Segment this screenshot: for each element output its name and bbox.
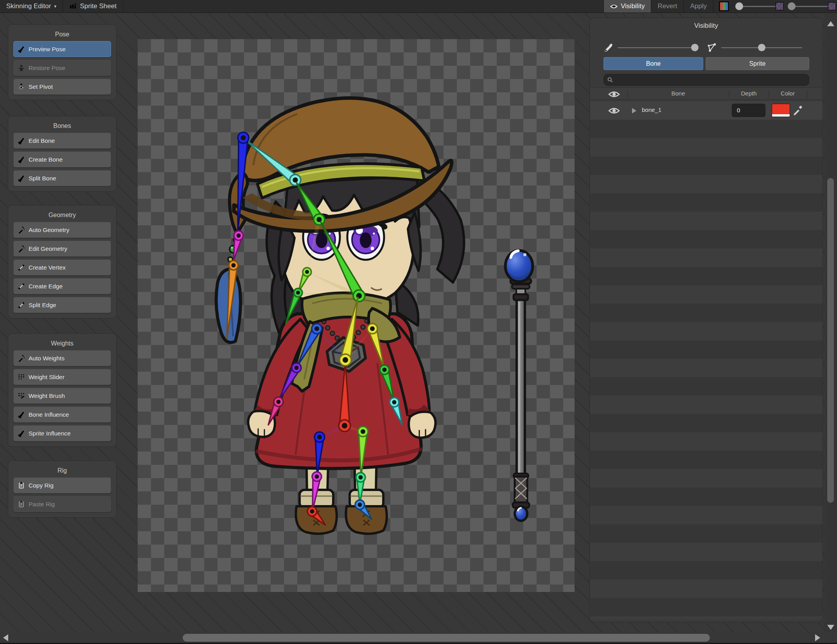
edit-bone-button[interactable]: Edit Bone xyxy=(13,133,111,149)
geometry-group-title: Geometry xyxy=(8,211,116,222)
button-label: Restore Pose xyxy=(29,65,65,72)
person-icon xyxy=(18,64,25,72)
button-label: Copy Rig xyxy=(29,482,54,489)
scroll-right-icon[interactable] xyxy=(815,634,820,641)
create-bone-button[interactable]: Create Bone xyxy=(13,151,111,167)
column-bone[interactable]: Bone xyxy=(627,90,729,97)
auto-weights-button[interactable]: Auto Weights xyxy=(13,350,111,366)
horizontal-scrollbar-thumb[interactable] xyxy=(183,634,710,642)
visibility-panel: Visibility Bone Sprite Bone Depth Color xyxy=(589,18,823,622)
tab-bone[interactable]: Bone xyxy=(604,57,703,70)
skinning-editor-window: Skinning Editor ▾ Sprite Sheet Visibilit… xyxy=(0,0,837,644)
weight-brush-button[interactable]: Weight Brush xyxy=(13,388,111,404)
bone-opacity-slider-track[interactable] xyxy=(743,6,775,7)
bone-icon xyxy=(18,137,25,144)
set-pivot-button[interactable]: Set Pivot xyxy=(13,79,111,95)
wand-icon xyxy=(18,226,25,234)
button-label: Edit Bone xyxy=(29,137,55,144)
tab-sprite[interactable]: Sprite xyxy=(706,57,809,70)
button-label: Create Vertex xyxy=(29,264,66,271)
bone-color-swatch[interactable] xyxy=(772,104,790,117)
vertical-scrollbar-thumb[interactable] xyxy=(827,178,834,503)
wand-icon xyxy=(18,245,25,252)
paste-rig-button[interactable]: Paste Rig xyxy=(13,496,111,512)
edit-geometry-button[interactable]: Edit Geometry xyxy=(13,241,111,257)
staff-sprite xyxy=(505,250,533,521)
staff-orb xyxy=(505,250,533,282)
column-depth[interactable]: Depth xyxy=(729,90,769,97)
button-label: Sprite Influence xyxy=(29,430,71,437)
bones-group: Bones Edit Bone Create Bone Split Bone xyxy=(8,116,117,192)
create-edge-button[interactable]: Create Edge xyxy=(13,278,111,294)
bone-visibility-slider-track[interactable] xyxy=(618,47,695,48)
visibility-toggle-label: Visibility xyxy=(621,2,645,10)
weight-slider-button[interactable]: Weight Slider xyxy=(13,369,111,385)
mesh-opacity-slider-track[interactable] xyxy=(796,6,828,7)
bone-influence-button[interactable]: Bone Influence xyxy=(13,407,111,423)
button-label: Create Bone xyxy=(29,156,63,163)
apply-button[interactable]: Apply xyxy=(684,0,713,13)
split-edge-button[interactable]: Split Edge xyxy=(13,297,111,313)
sprite-color-channels-icon[interactable] xyxy=(719,1,729,11)
button-label: Paste Rig xyxy=(29,501,55,508)
top-toolbar: Skinning Editor ▾ Sprite Sheet Visibilit… xyxy=(0,0,837,13)
restore-pose-button[interactable]: Restore Pose xyxy=(13,60,111,76)
vertical-scrollbar[interactable] xyxy=(824,13,837,633)
copy-rig-button[interactable]: Copy Rig xyxy=(13,477,111,493)
sprite-visibility-slider-knob[interactable] xyxy=(758,44,765,51)
mesh-opacity-slider-knob[interactable] xyxy=(788,2,796,10)
sprite-sheet-button[interactable]: Sprite Sheet xyxy=(63,0,123,13)
bones-group-title: Bones xyxy=(8,122,116,133)
visibility-toggle-button[interactable]: Visibility xyxy=(604,0,651,13)
rig-group-title: Rig xyxy=(8,466,116,477)
create-vertex-button[interactable]: Create Vertex xyxy=(13,259,111,275)
expand-arrow-icon[interactable] xyxy=(632,108,636,113)
skinning-editor-dropdown[interactable]: Skinning Editor ▾ xyxy=(0,0,63,13)
search-input[interactable] xyxy=(604,74,809,86)
button-label: Weight Brush xyxy=(29,392,65,399)
dropdown-caret-icon: ▾ xyxy=(54,4,56,9)
eyedropper-icon[interactable] xyxy=(792,104,803,115)
pose-group: Pose Preview Pose Restore Pose Set Pivot xyxy=(8,24,117,100)
bone-opacity-swatch-icon xyxy=(775,2,784,11)
scroll-up-icon[interactable] xyxy=(827,21,834,26)
button-label: Split Bone xyxy=(29,175,56,182)
depth-input[interactable]: 0 xyxy=(732,104,765,117)
column-color[interactable]: Color xyxy=(769,90,807,97)
split-bone-button[interactable]: Split Bone xyxy=(13,170,111,186)
clipboard-icon xyxy=(18,500,25,508)
skinning-editor-label: Skinning Editor xyxy=(6,2,51,10)
preview-pose-button[interactable]: Preview Pose xyxy=(13,41,111,57)
button-label: Create Edge xyxy=(29,283,63,290)
bone-name: bone_1 xyxy=(642,106,661,113)
mesh-opacity-swatch-icon xyxy=(828,2,836,11)
tab-label: Sprite xyxy=(749,60,766,67)
bone-icon xyxy=(18,430,25,437)
character-sprite xyxy=(216,98,464,534)
bone-icon xyxy=(18,45,25,53)
tab-label: Bone xyxy=(646,60,661,67)
sprite-influence-button[interactable]: Sprite Influence xyxy=(13,425,111,441)
sprite-render xyxy=(138,39,575,592)
row-visible-eye-icon[interactable] xyxy=(608,106,620,115)
horizontal-scrollbar[interactable] xyxy=(0,633,837,643)
visibility-panel-title: Visibility xyxy=(590,22,823,30)
weights-group-title: Weights xyxy=(8,339,116,350)
scroll-down-icon[interactable] xyxy=(827,625,834,630)
wand-icon xyxy=(18,354,25,362)
scroll-left-icon[interactable] xyxy=(3,634,8,641)
bone-row[interactable]: bone_1 0 xyxy=(590,101,823,120)
sprite-canvas[interactable] xyxy=(138,39,575,592)
dots-icon xyxy=(18,373,25,381)
search-icon xyxy=(607,77,613,83)
bone-icon xyxy=(18,156,25,163)
clipboard-icon xyxy=(18,482,25,489)
bone-visibility-slider-knob[interactable] xyxy=(691,44,699,51)
bone-icon xyxy=(18,411,25,418)
revert-button[interactable]: Revert xyxy=(651,0,683,13)
bone-opacity-slider-knob[interactable] xyxy=(735,2,743,10)
auto-geometry-button[interactable]: Auto Geometry xyxy=(13,222,111,238)
rig-group: Rig Copy Rig Paste Rig xyxy=(8,461,117,518)
geometry-group: Geometry Auto Geometry Edit Geometry Cre… xyxy=(8,205,117,318)
bone-hat-tip[interactable] xyxy=(233,231,243,261)
